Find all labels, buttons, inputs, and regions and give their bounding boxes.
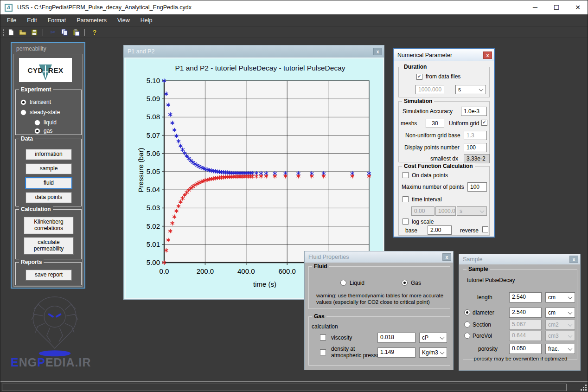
- svg-text:5.09: 5.09: [147, 95, 160, 103]
- sample-name: tutoriel PulseDecay: [467, 277, 515, 283]
- sample-button[interactable]: sample: [26, 164, 71, 174]
- from-data-files-checkbox[interactable]: [416, 74, 422, 80]
- reverse-label: reverse: [460, 227, 479, 234]
- information-button[interactable]: information: [26, 149, 71, 160]
- sample-titlebar[interactable]: Sample x: [459, 254, 580, 264]
- max-points-field[interactable]: 100: [467, 182, 487, 192]
- permeability-panel: permeability CYDAREX Experiment transien…: [11, 42, 85, 289]
- chevron-down-icon: [440, 335, 445, 340]
- menu-format[interactable]: Format: [44, 15, 70, 26]
- section-unit-combo: cm2: [545, 320, 575, 330]
- sample-close-icon[interactable]: x: [569, 256, 578, 263]
- data-points-button[interactable]: data points: [26, 193, 71, 203]
- numerical-parameter-titlebar[interactable]: Numerical Parameter x: [394, 49, 494, 61]
- fluid-properties-close-icon[interactable]: x: [442, 253, 451, 261]
- diameter-field[interactable]: 2.540: [509, 308, 542, 318]
- density-checkbox[interactable]: [320, 349, 326, 355]
- close-button[interactable]: ✕: [567, 0, 588, 14]
- length-unit-combo[interactable]: cm: [545, 292, 575, 302]
- duration-value-field[interactable]: 1000.000: [415, 85, 444, 94]
- svg-text:5.05: 5.05: [147, 167, 160, 175]
- porosity-field[interactable]: 0.050: [509, 344, 542, 354]
- porevol-radio[interactable]: [464, 333, 470, 339]
- engpedia-logo: ENGPEDIA.IR: [11, 295, 101, 383]
- nonuniform-grid-base-field[interactable]: 1.3: [464, 131, 487, 140]
- data-legend: Data: [19, 135, 35, 142]
- calculation-label: calculation: [312, 323, 338, 330]
- log-scale-checkbox[interactable]: [403, 218, 409, 225]
- open-file-icon[interactable]: [18, 28, 28, 37]
- paste-icon[interactable]: [71, 28, 81, 37]
- viscosity-field[interactable]: 0.018: [377, 333, 415, 343]
- nonuniform-grid-base-label: Non-uniform grid base: [405, 132, 460, 139]
- resize-grip-icon[interactable]: [569, 384, 587, 391]
- diameter-radio[interactable]: [464, 309, 470, 315]
- svg-text:5.07: 5.07: [147, 131, 160, 139]
- svg-text:5.10: 5.10: [147, 77, 160, 84]
- new-file-icon[interactable]: [6, 28, 16, 37]
- display-points-field[interactable]: 100: [464, 143, 487, 152]
- steady-state-label: steady-state: [30, 109, 60, 116]
- calculate-permeability-button[interactable]: calculate permeability: [24, 238, 73, 254]
- chart-window-titlebar[interactable]: P1 and P2 x: [124, 45, 384, 58]
- svg-text:5.03: 5.03: [147, 204, 160, 212]
- time-unit-combo[interactable]: s: [457, 206, 487, 216]
- porosity-unit-combo[interactable]: frac.: [545, 344, 575, 354]
- time-from-field[interactable]: 0.00: [411, 206, 435, 216]
- svg-text:600.0: 600.0: [278, 267, 296, 275]
- transient-radio[interactable]: [20, 99, 26, 105]
- base-field[interactable]: 2.00: [428, 225, 452, 235]
- statusbar: [0, 381, 588, 392]
- fluid-properties-titlebar[interactable]: Fluid Properties x: [305, 251, 453, 263]
- section-radio[interactable]: [464, 321, 470, 328]
- menu-parameters[interactable]: Parameters: [72, 15, 111, 26]
- reverse-checkbox[interactable]: [482, 226, 488, 232]
- duration-group: Duration from data files 1000.000 s: [398, 67, 490, 97]
- time-interval-checkbox[interactable]: [403, 196, 409, 202]
- maximize-button[interactable]: ☐: [546, 0, 567, 14]
- density-unit-combo[interactable]: Kg/m3: [419, 347, 447, 358]
- viscosity-checkbox[interactable]: [320, 334, 326, 341]
- density-field[interactable]: 1.149: [377, 347, 415, 358]
- klinkenberg-button[interactable]: Klinkenberg correlations: [24, 217, 73, 234]
- uniform-grid-label: Uniform grid: [449, 120, 479, 127]
- porevol-unit-combo: cm3: [545, 331, 575, 341]
- toolbar-grip[interactable]: [3, 29, 5, 36]
- save-icon[interactable]: [29, 28, 39, 37]
- meshs-field[interactable]: 30: [426, 119, 444, 128]
- menu-file[interactable]: File: [3, 15, 20, 26]
- cut-icon[interactable]: ✂: [48, 28, 58, 37]
- porevol-label: PoreVol: [473, 333, 492, 339]
- chevron-down-icon: [568, 322, 573, 327]
- from-data-files-label: from data files: [426, 73, 460, 80]
- menu-view[interactable]: View: [113, 15, 134, 26]
- numerical-parameter-close-icon[interactable]: x: [483, 51, 492, 59]
- fluid-button[interactable]: fluid: [26, 178, 71, 188]
- duration-unit-combo[interactable]: s: [455, 85, 486, 94]
- chevron-down-icon: [568, 346, 573, 351]
- length-field[interactable]: 2.540: [509, 292, 542, 302]
- time-to-field[interactable]: 1000.00: [435, 206, 456, 216]
- copy-icon[interactable]: [59, 28, 70, 37]
- gas-radio[interactable]: [34, 128, 40, 134]
- minimize-button[interactable]: ─: [524, 0, 546, 14]
- engpedia-wordmark: ENGPEDIA.IR: [11, 356, 101, 369]
- uniform-grid-checkbox[interactable]: [481, 120, 487, 126]
- statusbar-panel: [2, 384, 567, 391]
- help-icon[interactable]: ?: [89, 28, 100, 37]
- gas-fluid-radio[interactable]: [402, 280, 408, 286]
- diameter-unit-combo[interactable]: cm: [545, 308, 575, 318]
- menu-help[interactable]: Help: [136, 15, 157, 26]
- save-report-button[interactable]: save report: [26, 270, 71, 280]
- liquid-radio[interactable]: [34, 120, 40, 126]
- svg-text:5.08: 5.08: [147, 113, 160, 121]
- steady-state-radio[interactable]: [20, 109, 26, 116]
- time-unit-value: s: [460, 208, 462, 214]
- accuracy-field[interactable]: 1.0e-3: [461, 107, 487, 116]
- menu-edit[interactable]: Edit: [23, 15, 41, 26]
- viscosity-unit-combo[interactable]: cP: [419, 333, 447, 343]
- on-data-points-checkbox[interactable]: [403, 172, 409, 178]
- liquid-fluid-radio[interactable]: [340, 280, 346, 286]
- chart-window-close-icon[interactable]: x: [373, 48, 382, 55]
- smallest-dx-label: smallest dx: [430, 155, 458, 162]
